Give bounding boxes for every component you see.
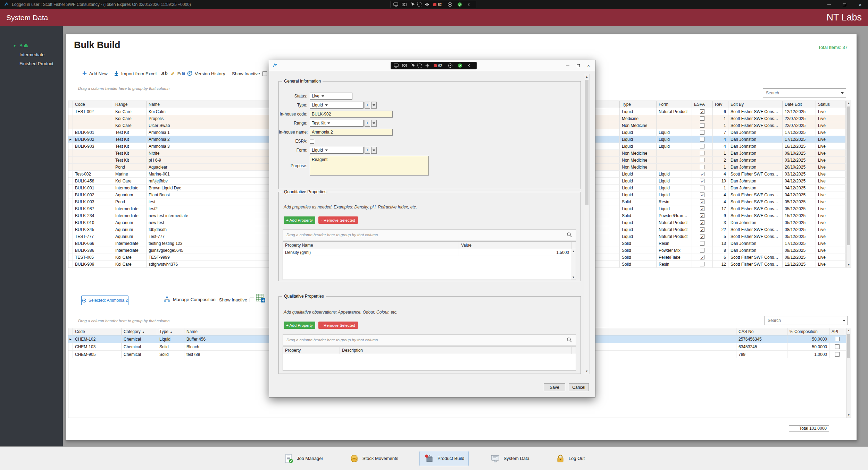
range-dropdown-button[interactable] <box>371 120 377 127</box>
search-input[interactable] <box>765 318 841 323</box>
col-header-casno[interactable]: CAS No <box>736 328 787 335</box>
espa-checkbox[interactable] <box>310 139 314 144</box>
remove-selected-button[interactable]: - Remove Selected <box>318 322 358 329</box>
capture-overlay-toolbar[interactable]: 62 <box>390 1 476 8</box>
col-header-editby[interactable]: Edit By <box>728 101 783 108</box>
checkbox[interactable] <box>700 151 704 155</box>
scroll-up-icon[interactable]: ▲ <box>846 101 851 106</box>
checkbox[interactable] <box>700 220 704 225</box>
search-icon[interactable] <box>567 337 572 343</box>
col-header-rev[interactable]: Rev <box>713 101 728 108</box>
col-header-category[interactable]: Category▲ <box>122 328 157 335</box>
checkbox[interactable] <box>700 144 704 148</box>
type-add-button[interactable]: + <box>365 102 370 109</box>
dialog-minimize-button[interactable] <box>562 60 573 71</box>
checkbox[interactable] <box>700 130 704 135</box>
form-dropdown-button[interactable] <box>371 147 377 154</box>
version-history-button[interactable]: Version History <box>187 69 225 78</box>
search-input[interactable] <box>763 91 839 95</box>
scroll-up-icon[interactable]: ▲ <box>846 328 851 333</box>
edit-button[interactable]: Ab Edit <box>161 69 185 78</box>
scroll-up-icon[interactable]: ▲ <box>584 74 589 79</box>
composition-search-combo[interactable] <box>765 316 848 325</box>
taskbar-item-log-out[interactable]: Log Out <box>551 451 589 466</box>
add-new-button[interactable]: +Add New <box>82 69 108 78</box>
checkbox[interactable] <box>700 262 704 266</box>
col-header-composition[interactable]: % Composition <box>787 328 829 335</box>
remove-selected-button[interactable]: - Remove Selected <box>318 216 358 224</box>
save-button[interactable]: Save <box>544 383 565 391</box>
composition-show-inactive-toggle[interactable]: Show Inactive <box>219 297 254 302</box>
form-select[interactable]: Liquid <box>310 147 364 154</box>
sidebar-item-bulk[interactable]: ►Bulk <box>0 41 63 50</box>
checkbox[interactable] <box>700 172 704 176</box>
checkbox[interactable] <box>700 179 704 183</box>
add-property-button[interactable]: + Add Property <box>284 322 315 329</box>
col-header-code[interactable]: Code <box>73 328 122 335</box>
range-add-button[interactable]: + <box>365 120 370 127</box>
scroll-thumb[interactable] <box>847 334 850 358</box>
checkbox[interactable] <box>700 186 704 190</box>
form-add-button[interactable]: + <box>365 147 370 154</box>
scroll-down-icon[interactable]: ▼ <box>846 263 851 267</box>
vertical-scrollbar[interactable]: ▲ ▼ <box>846 328 851 418</box>
checkbox[interactable] <box>700 234 704 239</box>
maximize-button[interactable] <box>837 0 852 9</box>
search-icon[interactable] <box>567 232 572 238</box>
col-header-dateedit[interactable]: Date Edit <box>783 101 816 108</box>
capture-overlay-toolbar[interactable]: 62 <box>391 62 477 69</box>
selected-product-button[interactable]: Selected: Ammonia 2 <box>81 296 128 305</box>
search-combo[interactable] <box>763 88 846 97</box>
export-excel-button[interactable] <box>256 294 266 304</box>
checkbox[interactable] <box>700 109 704 114</box>
close-button[interactable]: × <box>852 0 868 9</box>
checkbox[interactable] <box>835 344 840 349</box>
checkbox[interactable] <box>700 213 704 218</box>
checkbox[interactable] <box>700 137 704 142</box>
scroll-down-icon[interactable]: ▼ <box>846 413 851 418</box>
col-header-description[interactable]: Description <box>340 347 571 354</box>
dialog-scrollbar[interactable]: ▲ ▼ <box>584 74 590 374</box>
checkbox[interactable] <box>835 337 840 341</box>
col-header-type[interactable]: Type <box>620 101 657 108</box>
type-select[interactable]: Liquid <box>310 102 364 109</box>
purpose-field[interactable]: Reagent <box>310 156 429 176</box>
chevron-down-icon[interactable] <box>839 89 846 97</box>
col-header-espa[interactable]: ESPA <box>692 101 713 108</box>
vertical-scrollbar[interactable]: ▲ ▼ <box>846 101 851 267</box>
col-header-status[interactable]: Status <box>816 101 846 108</box>
scroll-down-icon[interactable]: ▼ <box>571 275 576 280</box>
col-header-property-name[interactable]: Property Name <box>283 242 459 249</box>
cancel-button[interactable]: Cancel <box>569 383 589 391</box>
scroll-down-icon[interactable]: ▼ <box>584 369 589 374</box>
show-inactive-toggle[interactable]: Show Inactive <box>232 69 267 78</box>
taskbar-item-system-data[interactable]: System Data <box>485 451 534 466</box>
checkbox[interactable] <box>700 193 704 197</box>
col-header-type[interactable]: Type▲ <box>157 328 184 335</box>
inhouse-name-field[interactable]: Ammonia 2 <box>310 129 393 136</box>
checkbox[interactable] <box>700 248 704 253</box>
scroll-thumb[interactable] <box>847 106 850 245</box>
scroll-thumb[interactable] <box>585 80 589 205</box>
dialog-maximize-button[interactable] <box>573 60 583 71</box>
checkbox[interactable] <box>700 116 704 121</box>
checkbox[interactable] <box>700 199 704 204</box>
col-header-code[interactable]: Code <box>73 101 113 108</box>
range-select[interactable]: Test Kit <box>310 120 364 127</box>
chevron-down-icon[interactable] <box>841 316 848 325</box>
table-row[interactable]: Density (g/ml)1.5000 <box>283 249 576 256</box>
taskbar-item-stock-movements[interactable]: Stock Movements <box>344 451 403 466</box>
checkbox[interactable] <box>700 227 704 232</box>
checkbox[interactable] <box>700 165 704 169</box>
checkbox[interactable] <box>700 255 704 259</box>
type-dropdown-button[interactable] <box>371 102 377 109</box>
col-header-api[interactable]: API <box>829 328 845 335</box>
add-property-button[interactable]: + Add Property <box>284 216 315 224</box>
col-header-range[interactable]: Range <box>113 101 147 108</box>
col-header-form[interactable]: Form <box>657 101 692 108</box>
status-select[interactable]: Live <box>310 93 352 100</box>
checkbox[interactable] <box>700 123 704 128</box>
import-from-excel-button[interactable]: Import from Excel <box>114 69 157 78</box>
show-inactive-checkbox[interactable] <box>250 298 254 302</box>
sidebar-item-intermediate[interactable]: Intermediate <box>0 50 63 59</box>
